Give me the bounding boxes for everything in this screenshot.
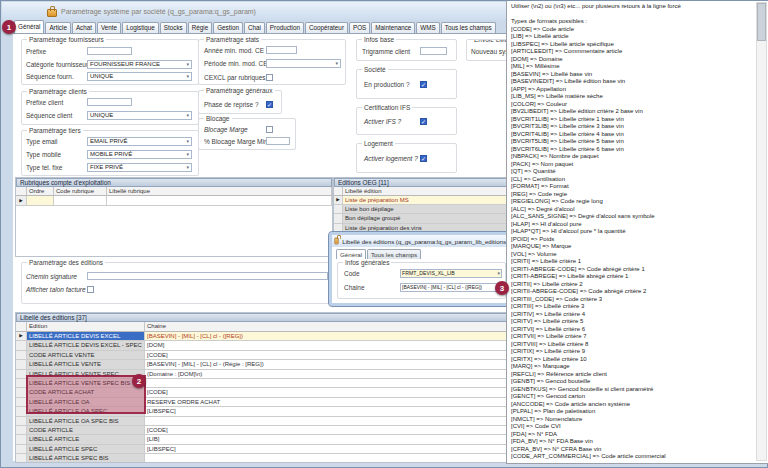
- prefixe-client-input[interactable]: [87, 98, 132, 106]
- main-tab[interactable]: Régie: [188, 22, 212, 33]
- afficher-talon-label: Afficher talon facture ?: [26, 286, 87, 293]
- main-tab[interactable]: Article: [45, 22, 71, 33]
- type-email-label: Type email: [26, 138, 87, 145]
- cexcl-checkbox[interactable]: [266, 74, 273, 81]
- main-tab[interactable]: Logistique: [122, 22, 159, 33]
- annee-min-input[interactable]: [266, 46, 297, 54]
- tooltip-format-line: [CRITIV] => Libellé critère 4: [511, 311, 753, 319]
- trigramme-input[interactable]: [420, 47, 447, 55]
- row-marker-icon: ▶: [19, 198, 22, 203]
- tooltip-format-line: [BVCRIT4LIB] => Libelle critère 4 base v…: [511, 131, 753, 139]
- group-param-editions: Paramétrage des éditions Chemin signatur…: [21, 262, 334, 304]
- oeg-row[interactable]: ▶ Bon dépilage groupé: [334, 214, 532, 223]
- tooltip-format-line: [DOM] => Domaine: [511, 56, 753, 64]
- main-tab[interactable]: Général: [14, 20, 44, 33]
- main-tab[interactable]: WMS: [416, 22, 439, 33]
- edition-cell: LIBELLÉ ARTICLE DEVIS EXCEL - SPEC: [27, 341, 145, 350]
- tooltip-format-line: [CRITVII] => Libellé critère 7: [511, 333, 753, 341]
- main-tab[interactable]: Production: [266, 22, 304, 33]
- cexcl-label: CEXCL par rubriques ?: [204, 74, 266, 81]
- tooltip-format-line: [CRITII-ABREGE-CODE] => Code abrégé crit…: [511, 288, 753, 296]
- main-tab[interactable]: Tous les champs: [441, 22, 496, 33]
- group-title: Paramétrage stats: [204, 36, 261, 43]
- lock-icon: [334, 238, 339, 245]
- panel-editions-oeg: Editions OEG [11] Libellé édition ▶ List…: [333, 177, 533, 232]
- tooltip-format-line: [POID] => Poids: [511, 236, 753, 244]
- dialog-tab-bar: GénéralTous les champs: [336, 249, 510, 259]
- chemin-signature-label: Chemin signature: [26, 273, 87, 280]
- en-production-checkbox[interactable]: ✓: [420, 81, 427, 88]
- oeg-row[interactable]: ▶ Liste de préparation des vins: [334, 224, 532, 232]
- sequence-fournisseur-label: Séquence fourn.: [26, 73, 87, 80]
- main-tab[interactable]: Gestion: [213, 22, 243, 33]
- sequence-client-select[interactable]: UNIQUE▾: [87, 111, 192, 120]
- column-libelle-rubrique[interactable]: Libellé rubrique: [107, 187, 332, 196]
- group-title: Société: [362, 66, 388, 73]
- activer-logement-checkbox[interactable]: ✓: [420, 155, 427, 162]
- periode-min-label: Période min. mod. CE: [204, 60, 266, 67]
- group-title: Certification IFS: [362, 104, 412, 111]
- column-edition[interactable]: Edition: [27, 322, 145, 332]
- column-ordre[interactable]: Ordre: [27, 187, 54, 196]
- chevron-down-icon: ▾: [186, 61, 189, 67]
- edition-cell: CODE ARTICLE VENTE: [27, 351, 145, 360]
- type-tel-label: Type tel. fixe: [26, 164, 87, 171]
- oeg-row[interactable]: ▶ Liste de préparation MS: [334, 196, 532, 205]
- dialog-tab[interactable]: Général: [336, 249, 366, 259]
- tooltip-format-line: [CRITI-ABREGE-CODE] => Code abrégé critè…: [511, 266, 753, 274]
- main-tab[interactable]: Vente: [97, 22, 121, 33]
- dialog-titlebar[interactable]: Libellé des éditions (q_gs_parama:lq_gs_…: [332, 235, 510, 247]
- tooltip-format-line: [GENCT] => Gencod carton: [511, 393, 753, 401]
- blocage-marge-checkbox[interactable]: [266, 126, 273, 133]
- edition-cell: LIBELLÉ ARTICLE: [27, 435, 145, 444]
- tooltip-format-line: [NMCLT] => Nomenclature: [511, 416, 753, 424]
- main-tab[interactable]: Chai: [244, 22, 265, 33]
- categorie-fournisseur-select[interactable]: FOURNISSEUR FRANCE▾: [87, 60, 192, 69]
- chemin-signature-input[interactable]: [87, 272, 328, 280]
- periode-min-select[interactable]: ▾: [266, 59, 341, 68]
- type-tel-select[interactable]: FIXE PRIVÉ▾: [87, 163, 192, 172]
- chaine-label: Chaine: [344, 284, 400, 291]
- tooltip-format-line: [LIBSPEC] => Libellé article spécifique: [511, 41, 753, 49]
- dialog-title: Libellé des éditions (q_gs_parama:lq_gs_…: [342, 238, 508, 245]
- blocage-marge-min-input[interactable]: [266, 137, 290, 145]
- tooltip-format-line: [MARQ] => Marquage: [511, 363, 753, 371]
- tooltip-format-line: [LIB] => Libellé article: [511, 33, 753, 41]
- tooltip-format-line: [BVCRIT1LIB] => Libelle critère 1 base v…: [511, 116, 753, 124]
- edition-cell: LIBELLÉ ARTICLE DEVIS EXCEL: [27, 332, 145, 341]
- dialog-tab[interactable]: Tous les champs: [367, 249, 421, 259]
- activer-ifs-checkbox[interactable]: ✓: [420, 118, 427, 125]
- rubriques-column-headers: Ordre Code rubrique Libellé rubrique: [16, 187, 332, 196]
- column-libelle-edition[interactable]: Libellé édition: [343, 187, 532, 196]
- column-code-rubrique[interactable]: Code rubrique: [54, 187, 107, 196]
- app-window: Paramétrage système par société (q_gs_pa…: [0, 0, 768, 468]
- code-input[interactable]: FRMT_DEVIS_XL_LIB▾: [400, 269, 502, 278]
- main-tab[interactable]: POS: [349, 22, 370, 33]
- group-param-fournisseurs: Paramétrage fournisseurs Préfixe Catégor…: [21, 39, 199, 85]
- afficher-talon-checkbox[interactable]: [87, 286, 94, 293]
- group-param-tiers: Paramétrage tiers Type email EMAIL PRIVÉ…: [21, 130, 199, 176]
- tooltip-format-line: [APP] => Appellation: [511, 86, 753, 94]
- group-societe: Société En production ? ✓: [356, 69, 457, 99]
- phase-reprise-checkbox[interactable]: ✓: [266, 101, 273, 108]
- oeg-row-label: Bon dépilage groupé: [343, 214, 532, 223]
- sequence-fournisseur-select[interactable]: UNIQUE▾: [87, 72, 192, 81]
- type-email-select[interactable]: EMAIL PRIVÉ▾: [87, 137, 192, 146]
- prefixe-input[interactable]: [87, 47, 132, 55]
- editions-oeg-rows: ▶ Liste de préparation MS ▶ Liste bon dé…: [334, 196, 532, 232]
- tooltip-format-line: [ANCCODE] => Code article ancien système: [511, 401, 753, 409]
- oeg-row[interactable]: ▶ Liste bon dépilage: [334, 205, 532, 214]
- tooltip-scrollbar[interactable]: [756, 2, 767, 461]
- activer-ifs-label: Activer IFS ?: [364, 118, 420, 125]
- rubriques-empty-row[interactable]: ▶: [16, 196, 332, 206]
- main-tab[interactable]: Achat: [72, 22, 96, 33]
- main-tab[interactable]: Coopérateur: [305, 22, 348, 33]
- group-param-stats: Paramétrage stats Année min. mod. CE Pér…: [198, 39, 346, 85]
- chaine-input[interactable]: [BASEVIN] - [MIL] - [CL] cl - ([REG]): [400, 283, 502, 292]
- tooltip-format-line: [HLAP] => Hl d'alcool pure: [511, 221, 753, 229]
- tooltip-scrollbar-thumb[interactable]: [757, 3, 766, 41]
- type-mobile-select[interactable]: MOBILE PRIVÉ▾: [87, 150, 192, 159]
- main-tab[interactable]: Stocks: [160, 22, 187, 33]
- main-tab[interactable]: Maintenance: [371, 22, 415, 33]
- annee-min-label: Année min. mod. CE: [204, 47, 266, 54]
